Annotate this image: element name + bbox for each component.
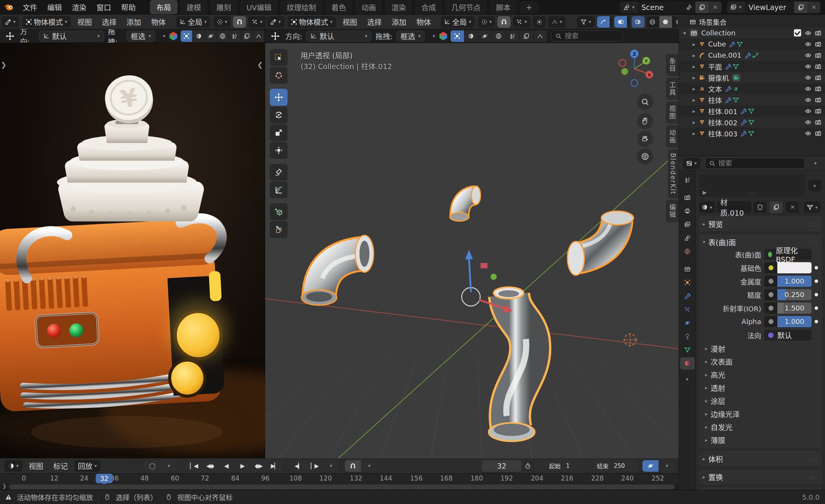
modifier-wrench-icon[interactable] — [725, 97, 731, 103]
eye-icon[interactable] — [805, 86, 811, 92]
gem-icon[interactable] — [439, 32, 447, 41]
keying-dropdown[interactable]: ▾ — [659, 460, 675, 472]
shader-button[interactable]: 原理化 BSDF — [764, 249, 812, 260]
subpanel-emission[interactable]: ▸自发光 — [703, 420, 818, 433]
tab-geometry-nodes[interactable]: 几何节点 — [445, 0, 487, 14]
jump-to-start-button[interactable]: ▏◀ — [186, 460, 202, 472]
pipe-right[interactable] — [567, 211, 634, 275]
tool-move[interactable] — [270, 89, 288, 106]
material-browse-button[interactable]: ▾ — [699, 201, 715, 213]
animate-dot[interactable] — [815, 266, 818, 269]
sidebar-tab-tool[interactable]: 工具 — [666, 78, 679, 100]
menu-view[interactable]: 视图 — [338, 17, 362, 27]
alpha-slider[interactable]: 1.000 — [764, 316, 812, 327]
sidebar-tab-animation[interactable]: 动画 — [666, 125, 679, 148]
ptab-particles[interactable] — [680, 303, 695, 316]
tool-select-box[interactable] — [270, 49, 288, 66]
pipe-small[interactable] — [450, 186, 481, 221]
orientation-dropdown[interactable]: 默认▾ — [306, 31, 371, 42]
mi-globe-icon[interactable] — [217, 30, 229, 42]
ptab-output[interactable] — [680, 205, 695, 217]
menu-object[interactable]: 物体 — [411, 17, 436, 27]
subpanel-transmission[interactable]: ▸透射 — [703, 381, 818, 394]
expand-toolbar-chevron[interactable]: ❯ — [1, 61, 7, 69]
scene-browse-button[interactable]: ▾ — [620, 2, 638, 13]
subpanel-thinfilm[interactable]: ▸薄膜 — [703, 433, 818, 446]
expand-arrow-icon[interactable]: ▾ — [681, 30, 688, 36]
outliner-row-text[interactable]: ▸ 文本 — [679, 83, 825, 94]
timeline-snap-dropdown[interactable]: ▾ — [361, 460, 377, 472]
ptab-constraints[interactable] — [680, 330, 695, 343]
timeline-snap-toggle[interactable] — [345, 460, 361, 472]
animate-dot[interactable] — [815, 293, 818, 296]
timeline-ruler[interactable]: 0 12 24 36 48 60 72 84 96 108 120 132 14… — [0, 474, 679, 484]
mi-curve-icon[interactable] — [253, 30, 265, 42]
metallic-slider[interactable]: 1.000 — [764, 276, 812, 287]
camera-view-button[interactable] — [637, 131, 653, 147]
expand-arrow-icon[interactable]: ▸ — [690, 108, 697, 114]
camera-render-icon[interactable] — [815, 30, 821, 36]
mi-fluid-icon[interactable] — [205, 30, 217, 42]
camera-render-icon[interactable] — [815, 63, 821, 70]
visibility-dropdown[interactable]: ▾ — [577, 16, 595, 28]
navigation-gizmo[interactable]: Z Y X — [613, 48, 655, 90]
outliner-row-cylinder[interactable]: ▸ 柱体 — [679, 94, 825, 105]
overlays-dropdown[interactable]: ▾ — [627, 16, 630, 28]
frame-step-dropdown[interactable]: ▾ — [323, 460, 339, 472]
ortho-toggle-button[interactable] — [637, 148, 653, 165]
modifier-wrench-icon[interactable] — [740, 130, 747, 136]
properties-options-chevron[interactable]: ▾ — [809, 158, 822, 169]
outliner-row-scene-collection[interactable]: 场景集合 — [679, 16, 825, 27]
scene-unlink-button[interactable]: ✕ — [709, 2, 722, 13]
material-name-field[interactable]: 材质.010 — [717, 201, 752, 213]
base-color-field[interactable] — [764, 262, 812, 273]
tab-animation[interactable]: 动画 — [355, 0, 383, 14]
mode-selector-left[interactable]: 物体模式▾ — [22, 16, 71, 28]
camera-render-icon[interactable] — [815, 52, 821, 58]
stopwatch-icon[interactable] — [525, 463, 531, 469]
camera-render-icon[interactable] — [815, 108, 821, 114]
ptab-scene[interactable] — [680, 232, 695, 244]
outliner-row-cylinder001[interactable]: ▸ 柱体.001 — [679, 105, 825, 116]
pipe-left[interactable] — [301, 235, 374, 305]
editor-type-button[interactable]: ▾ — [267, 16, 284, 28]
slot-expand-arrow[interactable]: ▶ — [703, 190, 707, 195]
collection-checkbox[interactable] — [794, 29, 801, 37]
outliner-row-cube001[interactable]: ▸ Cube.001 — [679, 50, 825, 61]
normal-input-button[interactable]: 默认 — [764, 329, 812, 341]
subpanel-specular[interactable]: ▸高光 — [703, 368, 818, 381]
fr ame-back-button[interactable]: ◀▏ — [290, 460, 306, 472]
preview-panel[interactable]: ▸预览:::: — [699, 216, 822, 231]
outliner-row-collection[interactable]: ▾ Collection — [679, 27, 825, 38]
eye-icon[interactable] — [805, 97, 811, 103]
unlink-material-button[interactable]: ✕ — [786, 201, 799, 213]
empty-object[interactable] — [623, 333, 637, 347]
gizmo-dropdown[interactable]: ▾ — [610, 16, 613, 28]
ptab-render[interactable] — [680, 191, 695, 204]
outliner-row-cylinder003[interactable]: ▸ 柱体.003 — [679, 128, 825, 139]
mi-globe-icon[interactable] — [492, 30, 506, 42]
expand-arrow-icon[interactable]: ▸ — [690, 130, 697, 136]
tab-uv-editing[interactable]: UV编辑 — [240, 0, 278, 14]
outliner-row-plane[interactable]: ▸ 平面 — [679, 61, 825, 72]
shading-solid-button[interactable] — [659, 16, 672, 28]
mesh-data-icon[interactable] — [733, 63, 739, 70]
mode-selector[interactable]: 物体模式▾ — [288, 16, 336, 28]
timeline-menu-marker[interactable]: 标记 — [48, 461, 73, 471]
camera-data-icon[interactable] — [732, 74, 740, 82]
tool-cut-cube[interactable] — [270, 221, 288, 238]
timeline-expand-chevron[interactable]: ❯ — [2, 483, 7, 489]
menu-file[interactable]: 文件 — [18, 2, 42, 12]
material-slot-list[interactable]: ▶ :::: — [699, 175, 805, 197]
current-frame-field[interactable]: 32 — [482, 460, 522, 472]
eye-icon[interactable] — [805, 63, 811, 70]
mi-sphere-icon[interactable] — [193, 30, 205, 42]
eye-icon[interactable] — [805, 75, 811, 81]
playhead[interactable]: 32 — [96, 474, 113, 483]
autokey-dropdown[interactable]: ▾ — [160, 460, 176, 472]
ior-slider[interactable]: 1.500 — [764, 303, 812, 314]
viewlayer-remove-button[interactable]: ✕ — [807, 2, 820, 13]
menu-window[interactable]: 窗口 — [91, 2, 116, 12]
prev-keyframe-button[interactable]: ◀◆ — [202, 460, 218, 472]
mi-curve-icon[interactable] — [534, 30, 547, 42]
